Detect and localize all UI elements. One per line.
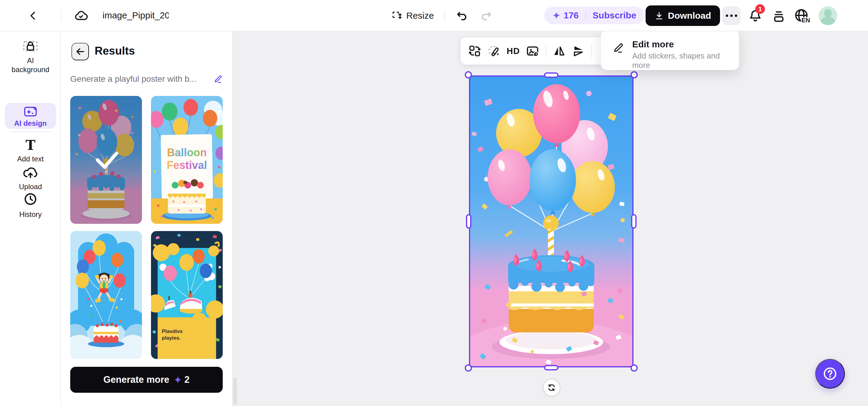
edit-more-dropdown: Edit more Add stickers, shapes and more	[601, 30, 739, 70]
hd-enhance-button[interactable]: HD	[504, 42, 522, 60]
avatar[interactable]	[818, 6, 837, 25]
header-divider	[61, 10, 61, 22]
avatar-body	[821, 17, 835, 25]
header-divider-2	[444, 10, 445, 22]
notifications-button[interactable]: 1	[747, 7, 764, 24]
magic-edit-button[interactable]	[485, 42, 503, 60]
regenerate-image-button[interactable]	[524, 42, 541, 60]
prompt-text: Generate a playful poster with b...	[70, 74, 206, 84]
flip-horizontal-button[interactable]	[550, 42, 568, 60]
cloud-saved-icon	[73, 8, 89, 24]
document-title[interactable]: image_Pippit_20	[102, 10, 169, 21]
header-divider-3	[640, 9, 640, 22]
thumbnail-image: Plavdivs playies.	[151, 231, 223, 359]
sidebar-item-label: AI design	[5, 119, 56, 127]
flip-vertical-button[interactable]	[569, 42, 587, 60]
swap-style-button[interactable]	[466, 42, 484, 60]
thumbnail-image: Balloon Festival	[151, 96, 223, 224]
result-thumbnail-2[interactable]: Balloon Festival	[151, 96, 223, 224]
sidebar-item-label: AI background	[0, 56, 61, 74]
results-scrollbar[interactable]	[233, 378, 237, 405]
app: image_Pippit_20 Resize 176 Subscribe Dow…	[0, 0, 868, 406]
thumbnail-image	[70, 231, 142, 359]
undo-icon	[456, 10, 468, 22]
svg-text:Balloon: Balloon	[167, 146, 207, 159]
add-text-icon: T	[0, 139, 61, 152]
flip-horizontal-icon	[553, 45, 565, 57]
history-icon	[23, 192, 38, 206]
generate-cost: 2	[184, 374, 190, 385]
sparkle-icon	[174, 376, 182, 384]
credits-count: 176	[564, 10, 579, 21]
resize-icon	[391, 10, 402, 21]
credits-subscribe-pill[interactable]: 176 Subscribe	[544, 7, 644, 24]
sidebar-item-add-text[interactable]: T Add text	[0, 139, 61, 164]
pill-divider	[585, 11, 586, 20]
question-icon	[822, 366, 838, 382]
sidebar-item-label: History	[0, 210, 61, 219]
image-refresh-icon	[526, 44, 539, 58]
toolbar-divider	[591, 45, 592, 57]
edit-prompt-icon[interactable]	[213, 74, 223, 84]
prompt-row: Generate a playful poster with b...	[70, 74, 223, 84]
regenerate-button[interactable]	[543, 379, 560, 396]
redo-icon	[480, 10, 493, 22]
svg-text:Festival: Festival	[167, 159, 207, 171]
download-button[interactable]: Download	[646, 5, 720, 26]
left-sidebar: AI background AI design T Add text Uploa…	[0, 31, 61, 406]
result-thumbnail-3[interactable]	[70, 231, 142, 359]
stack-icon	[772, 9, 786, 23]
edit-pencil-icon	[613, 41, 624, 54]
sidebar-item-ai-background[interactable]: AI background	[0, 39, 61, 74]
resize-handle-top-right[interactable]	[630, 71, 638, 79]
sidebar-item-history[interactable]: History	[0, 192, 61, 219]
sidebar-item-label: Add text	[0, 154, 61, 164]
hd-enhance-icon: HD	[507, 46, 520, 56]
sidebar-divider	[11, 131, 50, 132]
subscribe-link[interactable]: Subscribe	[592, 10, 636, 21]
edit-more-item[interactable]: Edit more Add stickers, shapes and more	[601, 30, 739, 70]
dropdown-subtitle: Add stickers, shapes and more	[632, 51, 739, 70]
generate-more-button[interactable]: Generate more 2	[70, 367, 223, 393]
selected-image[interactable]	[469, 76, 633, 368]
magic-eraser-icon	[488, 45, 500, 57]
top-bar: image_Pippit_20 Resize 176 Subscribe Dow…	[0, 0, 868, 31]
resize-handle-top[interactable]	[544, 72, 558, 78]
more-options-button[interactable]	[722, 6, 741, 25]
resize-handle-left[interactable]	[466, 214, 471, 229]
resize-handle-right[interactable]	[631, 214, 637, 229]
arrow-left-icon	[75, 47, 85, 57]
result-thumbnail-1[interactable]	[70, 96, 142, 224]
dot	[726, 14, 728, 17]
globe-en-icon: EN	[794, 7, 810, 24]
download-icon	[655, 11, 664, 20]
resize-label: Resize	[406, 10, 434, 21]
svg-text:EN: EN	[801, 17, 810, 24]
language-button[interactable]: EN	[793, 7, 811, 25]
back-button[interactable]	[25, 8, 41, 24]
sparkle-icon	[552, 11, 561, 20]
sidebar-item-upload[interactable]: Upload	[0, 166, 61, 191]
resize-button[interactable]: Resize	[391, 8, 434, 24]
resize-handle-top-left[interactable]	[465, 71, 472, 79]
redo-button[interactable]	[478, 8, 494, 24]
help-button[interactable]	[815, 359, 845, 388]
workspace-stack-button[interactable]	[771, 8, 786, 24]
sidebar-item-ai-design[interactable]: AI design	[5, 103, 56, 129]
swap-style-icon	[468, 45, 481, 57]
check-icon	[70, 96, 142, 224]
resize-handle-bottom-left[interactable]	[465, 365, 472, 372]
undo-button[interactable]	[455, 8, 470, 24]
upload-icon	[22, 166, 38, 179]
result-thumbnail-4[interactable]: Plavdivs playies.	[151, 231, 223, 359]
results-back-button[interactable]	[71, 43, 89, 60]
resize-handle-bottom[interactable]	[544, 365, 558, 370]
ai-background-icon	[22, 39, 39, 53]
dot	[730, 14, 733, 17]
refresh-icon	[547, 383, 556, 392]
toolbar-divider	[546, 45, 546, 57]
avatar-head	[824, 9, 832, 17]
resize-handle-bottom-right[interactable]	[630, 365, 638, 372]
ai-design-icon	[24, 106, 37, 117]
results-panel: Results Generate a playful poster with b…	[61, 31, 233, 406]
